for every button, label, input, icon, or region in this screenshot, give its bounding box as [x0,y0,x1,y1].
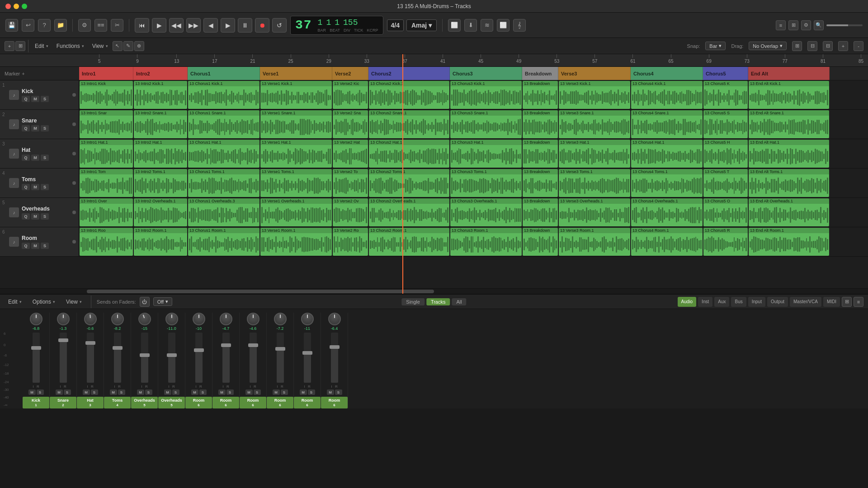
section-chorus3[interactable]: Chorus3 [450,67,522,80]
help-button[interactable]: ? [38,19,51,32]
clip-1-2[interactable]: 13 Chorus1 Snare.1 [188,110,259,138]
clip-2-2[interactable]: 13 Chorus1 Hat.1 [188,140,259,168]
clip-2-3[interactable]: 13 Verse1 Hat.1 [260,140,332,168]
ruler-tick-37[interactable]: 37 [402,54,407,66]
mixer-options-button[interactable]: Options ▾ [29,297,59,306]
clip-4-9[interactable]: 13 Chorus4 Overheads.1 [631,198,703,226]
clip-0-4[interactable]: 13 Verse2 Kic [333,81,368,109]
section-verse1[interactable]: Verse1 [260,67,332,80]
clip-0-0[interactable]: 13 Intro1 Kick [80,81,133,109]
section-breakdown[interactable]: Breakdown [522,67,558,80]
channel-name-7[interactable]: Room6 [212,397,239,408]
channel-pan-9[interactable] [274,313,287,325]
channel-mute-1[interactable]: M [56,389,63,395]
ruler-tick-49[interactable]: 49 [516,54,521,66]
channel-solo-3[interactable]: S [118,389,125,395]
undo-button[interactable]: ↩ [22,19,34,32]
q-button-3[interactable]: Q [22,184,30,190]
clip-5-4[interactable]: 13 Verse2 Ro [333,228,368,256]
time-signature[interactable]: 4/4 [387,19,404,31]
ruler-tick-5[interactable]: 5 [98,54,101,66]
track-icon-5[interactable]: ♪ [9,237,19,247]
channel-mute-4[interactable]: M [137,389,144,395]
clip-4-5[interactable]: 13 Chorus2 Overheads.1 [369,198,449,226]
clip-0-11[interactable]: 13 End Alt Kick.1 [749,81,829,109]
loop-button[interactable]: ↺ [272,18,287,33]
ruler-tick-69[interactable]: 69 [707,54,712,66]
s-button-0[interactable]: S [41,96,49,102]
clip-0-8[interactable]: 13 Verse3 Kick.1 [559,81,630,109]
snap-selector[interactable]: Bar ▾ [705,42,726,50]
m-button-1[interactable]: M [31,125,39,131]
clip-0-2[interactable]: 13 Chorus1 Kick.1 [188,81,259,109]
rewind-to-start-button[interactable]: ⏮ [135,18,149,33]
clip-2-9[interactable]: 13 Chorus4 Hat.1 [631,140,703,168]
clip-3-5[interactable]: 13 Chorus2 Toms.1 [369,169,449,197]
forward-button[interactable]: ▶▶ [186,18,201,33]
channel-mute-6[interactable]: M [191,389,198,395]
channel-name-8[interactable]: Room6 [240,397,266,408]
inst-type-tab[interactable]: Inst [698,297,712,307]
channel-name-4[interactable]: Overheads5 [131,397,158,408]
channel-pan-4[interactable] [137,311,153,327]
clip-4-11[interactable]: 13 End Alt Overheads.1 [749,198,829,226]
ruler-tick-29[interactable]: 29 [326,54,331,66]
clip-4-4[interactable]: 13 Verse2 Ov [333,198,368,226]
aux-type-tab[interactable]: Aux [714,297,729,307]
functions-menu-button[interactable]: Functions ▾ [53,42,88,51]
output-type-tab[interactable]: Output [767,297,788,307]
ruler-tick-45[interactable]: 45 [478,54,483,66]
add-marker-button[interactable]: + [22,71,24,76]
q-button-0[interactable]: Q [22,96,30,102]
maximize-button[interactable] [22,4,27,9]
clip-2-8[interactable]: 13 Verse3 Hat.1 [559,140,630,168]
clip-4-10[interactable]: 13 Chorus5 O [703,198,748,226]
clip-3-4[interactable]: 13 Verse2 To [333,169,368,197]
ruler-tick-53[interactable]: 53 [554,54,559,66]
clip-4-8[interactable]: 13 Verse3 Overheads.1 [559,198,630,226]
channel-name-10[interactable]: Room6 [294,397,321,408]
section-verse3[interactable]: Verse3 [558,67,631,80]
clip-2-7[interactable]: 13 Breakdown [523,140,558,168]
channel-name-6[interactable]: Room6 [185,397,212,408]
m-button-0[interactable]: M [31,96,39,102]
m-button-5[interactable]: M [31,243,39,249]
channel-fader-7[interactable] [221,343,231,347]
clip-5-11[interactable]: 13 End Alt Room.1 [749,228,829,256]
clip-4-1[interactable]: 13 Intro2 Overheads.1 [134,198,187,226]
clip-1-8[interactable]: 13 Verse3 Snare.1 [559,110,630,138]
channel-solo-6[interactable]: S [199,389,207,395]
channel-fader-5[interactable] [167,353,177,357]
channel-mute-0[interactable]: M [28,389,36,395]
key-dropdown-icon[interactable]: ▾ [429,22,432,29]
q-button-1[interactable]: Q [22,125,30,131]
channel-mute-3[interactable]: M [110,389,117,395]
close-button[interactable] [5,4,11,9]
score-button[interactable]: ⬜ [497,19,509,32]
channel-name-0[interactable]: Kick1 [23,397,49,408]
channel-pan-6[interactable] [193,313,205,325]
clip-5-1[interactable]: 13 Intro2 Room.1 [134,228,187,256]
track-icon-1[interactable]: ♪ [9,119,19,129]
s-button-3[interactable]: S [41,184,49,190]
clip-2-10[interactable]: 13 Chorus5 H [703,140,748,168]
mixer-edit-button[interactable]: Edit ▾ [5,297,25,306]
clip-2-11[interactable]: 13 End Alt Hat.1 [749,140,829,168]
m-button-2[interactable]: M [31,155,39,161]
input-type-tab[interactable]: Input [748,297,765,307]
clip-0-9[interactable]: 13 Chorus4 Kick.1 [631,81,703,109]
m-button-4[interactable]: M [31,213,39,220]
clip-5-6[interactable]: 13 Chorus3 Room.1 [450,228,522,256]
volume-slider[interactable] [826,24,863,26]
edit-menu-button[interactable]: Edit ▾ [31,42,52,51]
bounce-button[interactable]: ⬇ [464,19,477,32]
kcrp-val[interactable]: 155 [343,18,358,27]
clip-2-4[interactable]: 13 Verse2 Hat [333,140,368,168]
clip-2-5[interactable]: 13 Chorus2 Hat.1 [369,140,449,168]
channel-solo-11[interactable]: S [335,389,342,395]
s-button-4[interactable]: S [41,213,49,220]
more-tools-button[interactable]: ⊞ [792,41,802,51]
channel-mute-7[interactable]: M [218,389,226,395]
clip-5-7[interactable]: 13 Breakdown [523,228,558,256]
channel-name-9[interactable]: Room6 [267,397,293,408]
